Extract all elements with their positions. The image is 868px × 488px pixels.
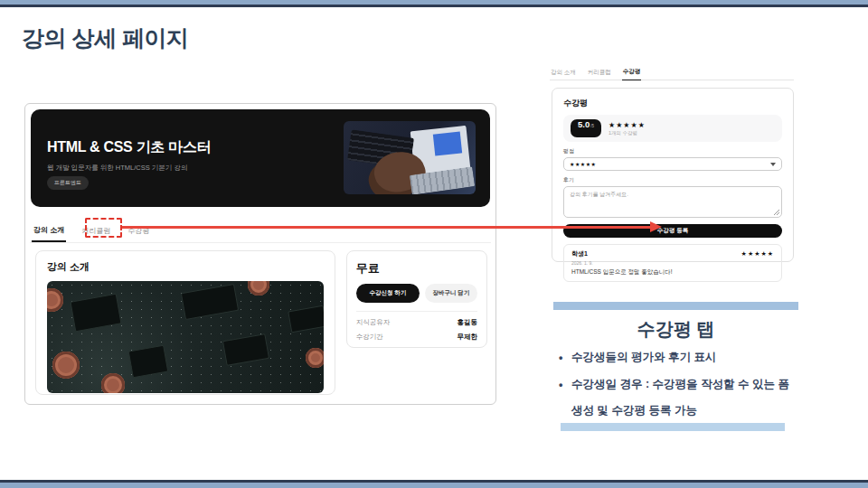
divider [356, 311, 477, 312]
callout-bullet-2-text: 수강생일 경우 : 수강평을 작성할 수 있는 폼 생성 및 수강평 등록 가능 [571, 371, 796, 424]
review-count: 1개의 수강평 [609, 130, 646, 136]
add-to-cart-button[interactable]: 장바구니 담기 [425, 284, 477, 303]
tab-course-intro[interactable]: 강의 소개 [32, 220, 66, 242]
circuit-capacitor [52, 352, 80, 379]
duration-row: 수강기간 무제한 [356, 333, 477, 342]
review-label: 후기 [563, 176, 782, 184]
circuit-capacitor [101, 373, 125, 393]
review-textarea[interactable]: 강의 후기를 남겨주세요. [563, 186, 782, 218]
annotation-arrow-head [650, 221, 662, 232]
purchase-panel: 무료 수강신청 하기 장바구니 담기 지식공유자 홍길동 수강기간 무제한 [346, 250, 487, 348]
course-intro-card: 강의 소개 [35, 250, 335, 395]
callout-top-bar [553, 302, 798, 310]
tab-curriculum[interactable]: 커리큘럼 [587, 65, 612, 80]
duration-label: 수강기간 [356, 333, 383, 342]
course-hero-banner: HTML & CSS 기초 마스터 웹 개발 입문자를 위한 HTML/CSS … [31, 109, 490, 207]
course-content-row: 강의 소개 무료 수강신청 하기 장바구니 담기 [35, 250, 487, 395]
laptop-window-shape [433, 131, 462, 155]
highlight-dashed-box [85, 218, 122, 238]
slide-top-bar [0, 0, 868, 7]
instructor-value: 홍길동 [458, 318, 478, 327]
page-title: 강의 상세 페이지 [22, 23, 188, 53]
review-tabs: 강의 소개 커리큘럼 수강평 [550, 65, 794, 80]
callout-bullet-list: • 수강생들의 평가와 후기 표시 • 수강생일 경우 : 수강평을 작성할 수… [559, 344, 796, 423]
callout-bullet-1-text: 수강생들의 평가와 후기 표시 [571, 344, 716, 371]
course-intro-heading: 강의 소개 [47, 260, 324, 274]
circuit-capacitor [306, 348, 324, 368]
score-chip: 5.0 /5 [571, 119, 601, 137]
course-subtitle: 웹 개발 입문자를 위한 HTML/CSS 기본기 강의 [47, 164, 187, 173]
rating-label: 평점 [563, 147, 782, 155]
instructor-row: 지식공유자 홍길동 [356, 318, 477, 327]
instructor-label: 지식공유자 [356, 318, 391, 327]
review-text: HTML/CSS 입문으로 정말 좋았습니다! [571, 268, 774, 277]
callout-bullet-1: • 수강생들의 평가와 후기 표시 [559, 344, 796, 371]
resize-handle-icon[interactable] [774, 210, 779, 215]
rating-select-value: ★★★★★ [570, 161, 596, 167]
score-max: /5 [590, 124, 594, 128]
rating-select[interactable]: ★★★★★ [563, 157, 782, 171]
slide-bottom-bar [0, 480, 868, 488]
callout-bottom-bar [561, 423, 785, 431]
annotation-arrow-line [122, 226, 652, 229]
tab-reviews[interactable]: 수강평 [126, 221, 151, 241]
chevron-down-icon [770, 163, 776, 166]
bullet-dot-icon: • [559, 344, 571, 371]
duration-value: 무제한 [458, 333, 478, 342]
price-label: 무료 [356, 260, 477, 277]
review-tab-screenshot: 수강평 5.0 /5 ★★★★★ 1개의 수강평 평점 ★★★★★ 후기 강의 … [552, 88, 794, 262]
course-thumbnail-image [344, 121, 476, 194]
rating-summary: 5.0 /5 ★★★★★ 1개의 수강평 [563, 115, 782, 142]
course-detail-screenshot: HTML & CSS 기초 마스터 웹 개발 입문자를 위한 HTML/CSS … [24, 103, 496, 405]
review-author: 학생1 [571, 249, 588, 258]
reviews-heading: 수강평 [563, 98, 782, 109]
tab-course-intro[interactable]: 강의 소개 [550, 65, 577, 80]
course-title: HTML & CSS 기초 마스터 [47, 138, 211, 157]
enroll-button[interactable]: 수강신청 하기 [356, 284, 420, 303]
review-list-item: 학생1 ★★★★★ 2026. 1. 9. HTML/CSS 입문으로 정말 좋… [563, 244, 782, 282]
callout-bullet-2: • 수강생일 경우 : 수강평을 작성할 수 있는 폼 생성 및 수강평 등록 … [559, 371, 796, 424]
tab-reviews[interactable]: 수강평 [622, 64, 642, 80]
category-badge: 프론트엔드 [47, 176, 89, 190]
review-stars-icon: ★★★★★ [741, 250, 774, 258]
course-intro-image [47, 281, 324, 393]
bullet-dot-icon: • [559, 371, 571, 424]
review-placeholder: 강의 후기를 남겨주세요. [570, 191, 776, 199]
summary-stars-icon: ★★★★★ [609, 121, 646, 129]
score-value: 5.0 [578, 119, 590, 129]
review-date: 2026. 1. 9. [571, 260, 774, 266]
callout-heading: 수강평 탭 [553, 317, 798, 342]
